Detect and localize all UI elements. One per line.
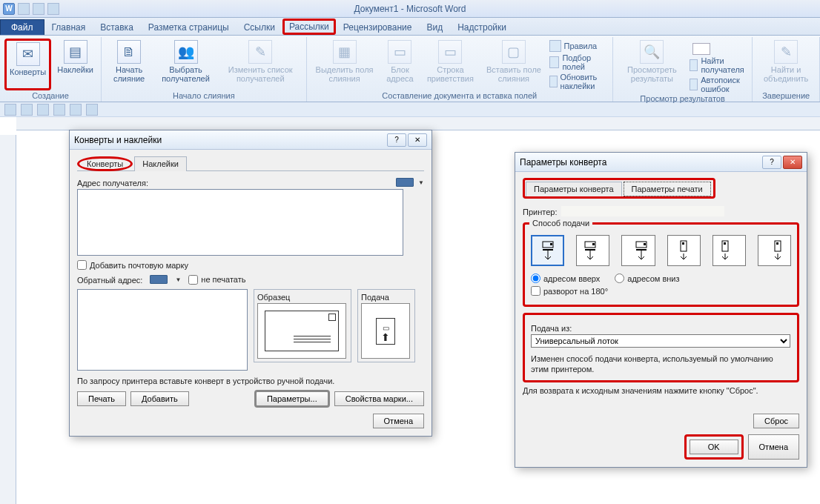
feed-opt-6[interactable] xyxy=(758,235,791,266)
rules-column: Правила Подбор полей Обновить наклейки xyxy=(549,39,608,90)
no-print-label: не печатать xyxy=(201,275,245,284)
svg-rect-4 xyxy=(592,243,595,245)
feed-preview[interactable]: ▭ ⬆ xyxy=(361,303,410,359)
tab-review[interactable]: Рецензирование xyxy=(336,20,420,35)
radio-addr-up[interactable]: адресом вверх xyxy=(531,273,600,283)
finish-merge-button[interactable]: ✎ Найти и объединить xyxy=(757,39,815,90)
opts-cancel-button[interactable]: Отмена xyxy=(748,434,799,460)
feed-opt-5[interactable] xyxy=(712,235,746,266)
group-preview-label: Просмотр результатов xyxy=(640,93,724,105)
sample-header: Образец xyxy=(257,293,348,302)
feed-opt-3[interactable] xyxy=(621,235,655,266)
printer-hint: По запросу принтера вставьте конверт в у… xyxy=(77,377,424,385)
return-address-input[interactable] xyxy=(77,289,248,371)
opts-tab-envelope[interactable]: Параметры конверта xyxy=(526,182,622,196)
finish-icon: ✎ xyxy=(774,40,798,64)
start-merge-button[interactable]: 🗎 Начать слияние xyxy=(106,39,152,90)
check-icon xyxy=(690,79,698,90)
match-fields-button[interactable]: Подбор полей xyxy=(549,53,608,71)
ok-button[interactable]: OK xyxy=(690,440,738,454)
tab-labels-sub[interactable]: Наклейки xyxy=(134,156,187,171)
select-recipients-button[interactable]: 👥 Выбрать получателей xyxy=(155,39,216,90)
update-labels-button[interactable]: Обновить наклейки xyxy=(549,73,608,90)
opts-help-button[interactable]: ? xyxy=(762,156,781,169)
highlight-icon: ▦ xyxy=(333,40,357,64)
feed-header: Подача xyxy=(361,293,411,302)
update-icon xyxy=(549,76,558,87)
greeting-line-button[interactable]: ▭ Строка приветствия xyxy=(422,39,478,90)
address-block-button[interactable]: ▭ Блок адреса xyxy=(380,39,419,90)
parameters-button[interactable]: Параметры... xyxy=(254,390,330,408)
opts-close-button[interactable]: ✕ xyxy=(783,156,802,169)
env-cancel-button[interactable]: Отмена xyxy=(373,414,424,428)
tab-view[interactable]: Вид xyxy=(419,20,450,35)
qa-icon-4[interactable] xyxy=(53,104,65,116)
tab-insert[interactable]: Вставка xyxy=(93,20,141,35)
tab-envelopes-sub[interactable]: Конверты xyxy=(77,156,133,171)
record-input[interactable] xyxy=(692,43,710,55)
svg-rect-5 xyxy=(585,249,595,251)
tab-layout[interactable]: Разметка страницы xyxy=(141,20,237,35)
qa-icon-2[interactable] xyxy=(21,104,33,116)
add-button[interactable]: Добавить xyxy=(130,391,189,406)
rules-button[interactable]: Правила xyxy=(549,40,608,52)
return-address-book-icon[interactable] xyxy=(150,275,168,284)
opts-tab-print[interactable]: Параметры печати xyxy=(624,182,711,196)
qat-undo-icon[interactable] xyxy=(33,3,44,15)
add-postage-checkbox[interactable] xyxy=(77,260,87,270)
return-dropdown-icon[interactable]: ▼ xyxy=(175,276,181,283)
changed-note: Изменен способ подачи конверта, использу… xyxy=(531,354,791,374)
rules-icon xyxy=(549,40,561,52)
feed-opt-1[interactable] xyxy=(531,235,564,266)
print-button[interactable]: Печать xyxy=(77,391,126,406)
edit-recipients-button[interactable]: ✎ Изменить список получателей xyxy=(219,39,302,90)
preview-results-button[interactable]: 🔍 Просмотреть результаты xyxy=(618,39,687,93)
feed-opt-2[interactable] xyxy=(576,235,609,266)
close-button[interactable]: ✕ xyxy=(408,133,427,147)
reset-button[interactable]: Сброс xyxy=(753,414,799,428)
radio-addr-down[interactable]: адресом вниз xyxy=(615,273,679,283)
rotate180-label: разворот на 180° xyxy=(543,287,608,296)
feed-from-label: Подача из: xyxy=(531,324,791,333)
auto-check-errors-button[interactable]: Автопоиск ошибок xyxy=(690,76,747,93)
envelope-preview[interactable] xyxy=(257,303,346,359)
addressbook-dropdown-icon[interactable]: ▼ xyxy=(418,179,424,186)
tab-home[interactable]: Главная xyxy=(44,20,93,35)
qa-icon-1[interactable] xyxy=(4,104,16,116)
address-book-icon[interactable] xyxy=(396,178,414,187)
highlight-fields-button[interactable]: ▦ Выделить поля слияния xyxy=(311,39,378,90)
rotate180-checkbox[interactable] xyxy=(531,286,540,296)
feed-opt-4[interactable] xyxy=(667,235,701,266)
no-print-checkbox[interactable] xyxy=(188,275,198,285)
ruler-vertical xyxy=(0,135,16,504)
tab-references[interactable]: Ссылки xyxy=(237,20,282,35)
return-address-label: Обратный адрес: xyxy=(77,276,142,285)
opts-dialog-title: Параметры конверта xyxy=(520,157,606,168)
tab-addins[interactable]: Надстройки xyxy=(450,20,514,35)
preview-icon: 🔍 xyxy=(640,40,664,64)
labels-button[interactable]: ▤ Наклейки xyxy=(54,39,96,90)
insert-field-button[interactable]: ▢ Вставить поле слияния xyxy=(481,39,546,90)
recipients-icon: 👥 xyxy=(174,40,198,64)
envelopes-button[interactable]: ✉ Конверты xyxy=(4,39,51,90)
help-button[interactable]: ? xyxy=(387,133,406,147)
recipient-address-input[interactable] xyxy=(77,189,403,256)
qa-icon-5[interactable] xyxy=(70,104,82,116)
svg-rect-1 xyxy=(550,243,552,245)
nav-arrows: Найти получателя Автопоиск ошибок xyxy=(690,39,747,93)
group-create-label: Создание xyxy=(32,90,69,102)
group-write-label: Составление документа и вставка полей xyxy=(382,90,537,102)
env-dialog-title: Конверты и наклейки xyxy=(74,135,162,145)
qat-save-icon[interactable] xyxy=(18,3,30,15)
insert-field-icon: ▢ xyxy=(502,40,526,64)
stamp-properties-button[interactable]: Свойства марки... xyxy=(334,391,424,406)
qa-icon-3[interactable] xyxy=(37,104,49,116)
match-icon xyxy=(549,56,560,68)
feed-from-select[interactable]: Универсальный лоток xyxy=(531,334,790,348)
qat-redo-icon[interactable] xyxy=(47,3,59,15)
tab-file[interactable]: Файл xyxy=(0,19,44,35)
group-finish-label: Завершение xyxy=(762,90,810,102)
tab-mailings[interactable]: Рассылки xyxy=(282,19,336,35)
qa-icon-6[interactable] xyxy=(86,104,98,116)
find-recipient-button[interactable]: Найти получателя xyxy=(690,56,747,74)
